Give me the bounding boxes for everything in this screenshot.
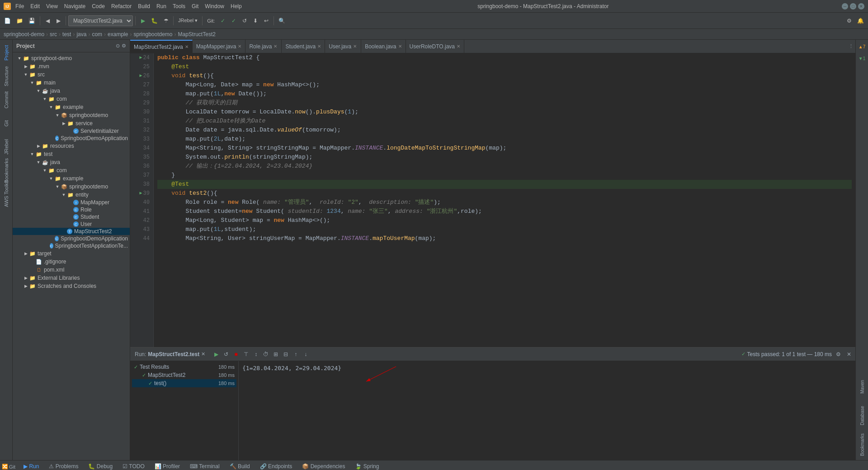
git-push-btn[interactable]: ✓ xyxy=(229,15,239,26)
bottom-tab-problems[interactable]: ⚠ Problems xyxy=(44,461,83,470)
breadcrumb-part-1[interactable]: src xyxy=(50,31,57,38)
test-class-item[interactable]: ✓ MapStructTest2 180 ms xyxy=(132,371,236,379)
sidebar-item-scratches[interactable]: ▶ 📁 Scratches and Consoles xyxy=(13,282,130,290)
sidebar-item-springbootdemo-app[interactable]: C SpringbootDemoApplication xyxy=(13,135,130,142)
breadcrumb-part-7[interactable]: MapStructTest2 xyxy=(178,31,216,38)
sidebar-item-src[interactable]: ▼ 📁 src xyxy=(13,70,130,79)
tab-close-btn[interactable]: ✕ xyxy=(353,44,357,49)
sidebar-item-mapmapper[interactable]: I MapMapper xyxy=(13,199,130,206)
breadcrumb-part-5[interactable]: example xyxy=(108,31,128,38)
sidebar-item-mapstructtest2[interactable]: T MapStructTest2 xyxy=(13,228,130,235)
menu-run[interactable]: Run xyxy=(154,2,169,10)
git-fetch-btn[interactable]: ↺ xyxy=(240,15,250,26)
run-gutter-icon[interactable]: ▶ xyxy=(140,189,142,198)
menu-build[interactable]: Build xyxy=(135,2,153,10)
run-gutter-icon[interactable]: ▶ xyxy=(140,53,142,62)
sidebar-item-springbootdemo-test[interactable]: ▼ 📦 springbootdemo xyxy=(13,183,130,191)
minimize-button[interactable]: ─ xyxy=(842,3,848,9)
menu-edit[interactable]: Edit xyxy=(28,2,42,10)
code-content[interactable]: public class MapStructTest2 { @Test void… xyxy=(154,53,855,347)
sidebar-settings-btn[interactable]: ⚙ xyxy=(122,43,126,49)
file-selector[interactable]: MapStructTest2.java xyxy=(68,15,133,26)
debug-btn[interactable]: 🐛 xyxy=(149,15,160,26)
sidebar-scope-btn[interactable]: ⊙ xyxy=(116,43,120,49)
expand-all-btn[interactable]: ⊞ xyxy=(271,350,280,359)
hide-btn[interactable]: ✕ xyxy=(844,350,854,359)
sidebar-item-mvn[interactable]: ▶ 📁 .mvn xyxy=(13,62,130,70)
sidebar-item-java-main[interactable]: ▼ ☕ java xyxy=(13,87,130,95)
bottom-tab-debug[interactable]: 🐛 Debug xyxy=(84,461,117,470)
new-file-btn[interactable]: 📄 xyxy=(2,15,13,26)
sidebar-item-service[interactable]: ▶ 📁 service xyxy=(13,119,130,127)
sidebar-item-com-test[interactable]: ▼ 📁 com xyxy=(13,166,130,174)
back-btn[interactable]: ◀ xyxy=(42,15,52,26)
bookmarks-panel-btn[interactable]: Bookmarks xyxy=(857,431,867,458)
tab-close-btn[interactable]: ✕ xyxy=(457,44,460,49)
left-icon-git[interactable]: Git xyxy=(1,112,12,135)
bottom-tab-todo[interactable]: ☑ TODO xyxy=(118,461,149,470)
database-panel-btn[interactable]: Database xyxy=(857,402,867,429)
save-btn[interactable]: 💾 xyxy=(26,15,38,26)
sidebar-item-com-main[interactable]: ▼ 📁 com xyxy=(13,95,130,103)
sidebar-item-example-test[interactable]: ▼ 📁 example xyxy=(13,174,130,183)
run-gutter-icon[interactable]: ▶ xyxy=(140,71,142,80)
breadcrumb-part-2[interactable]: test xyxy=(62,31,71,38)
run-tab-close[interactable]: ✕ xyxy=(201,351,205,357)
sidebar-item-resources[interactable]: ▶ 📁 resources xyxy=(13,142,130,150)
sidebar-item-springboottest[interactable]: C SpringbootTestApplicationTe... xyxy=(13,242,130,249)
next-failure-btn[interactable]: ↓ xyxy=(301,350,310,359)
menu-window[interactable]: Window xyxy=(202,2,227,10)
tab-mapmapper[interactable]: MapMapper.java ✕ xyxy=(193,40,246,53)
tab-student[interactable]: Student.java ✕ xyxy=(282,40,325,53)
sidebar-item-springboot-demo[interactable]: ▼ 📁 springboot-demo xyxy=(13,54,130,62)
breadcrumb-part-4[interactable]: com xyxy=(92,31,102,38)
breadcrumb-part-6[interactable]: springbootdemo xyxy=(133,31,172,38)
sidebar-item-test[interactable]: ▼ 📁 test xyxy=(13,150,130,158)
run-btn[interactable]: ▶ xyxy=(138,15,148,26)
sidebar-item-example-main[interactable]: ▼ 📁 example xyxy=(13,103,130,111)
run-test-name[interactable]: MapStructTest2.test xyxy=(148,351,199,357)
rerun-failed-btn[interactable]: ↺ xyxy=(222,350,231,359)
bottom-tab-dependencies[interactable]: 📦 Dependencies xyxy=(297,461,349,470)
coverage-btn[interactable]: ☂ xyxy=(161,15,171,26)
menu-tools[interactable]: Tools xyxy=(170,2,188,10)
menu-file[interactable]: File xyxy=(13,2,27,10)
sidebar-item-role[interactable]: C Role xyxy=(13,206,130,213)
bottom-tab-spring[interactable]: 🍃 Spring xyxy=(350,461,383,470)
sidebar-item-servlet[interactable]: C ServletInitializer xyxy=(13,127,130,135)
bottom-tab-terminal[interactable]: ⌨ Terminal xyxy=(185,461,224,470)
prev-failure-btn[interactable]: ↑ xyxy=(291,350,300,359)
sidebar-item-entity[interactable]: ▼ 📁 entity xyxy=(13,191,130,199)
sidebar-item-springbootdemo-app2[interactable]: C SpringbootDemoApplication xyxy=(13,235,130,242)
sidebar-item-external-libs[interactable]: ▶ 📁 External Libraries xyxy=(13,274,130,282)
tab-user[interactable]: User.java ✕ xyxy=(325,40,361,53)
tab-userroledto[interactable]: UserRoleDTO.java ✕ xyxy=(406,40,464,53)
tab-role[interactable]: Role.java ✕ xyxy=(245,40,282,53)
sidebar-item-gitignore[interactable]: 📄 .gitignore xyxy=(13,258,130,266)
notifications-btn[interactable]: 🔔 xyxy=(855,15,866,26)
right-icon-1[interactable]: ▲7 xyxy=(857,42,867,52)
test-method-item[interactable]: ✓ test() 180 ms xyxy=(132,379,236,387)
tab-boolean[interactable]: Boolean.java ✕ xyxy=(361,40,406,53)
tab-close-btn[interactable]: ✕ xyxy=(238,44,241,49)
settings-btn[interactable]: ⚙ xyxy=(834,350,843,359)
left-icon-jrebel[interactable]: JRebel xyxy=(1,136,12,158)
git-check-btn[interactable]: ✓ xyxy=(218,15,228,26)
tab-close-btn[interactable]: ✕ xyxy=(185,44,189,49)
tab-close-btn[interactable]: ✕ xyxy=(274,44,277,49)
sidebar-item-student[interactable]: C Student xyxy=(13,213,130,221)
git-commit-btn[interactable]: ↩ xyxy=(261,15,271,26)
menu-refactor[interactable]: Refactor xyxy=(108,2,134,10)
stop-btn[interactable]: ■ xyxy=(231,350,241,359)
tab-more-btn[interactable]: ⋮ xyxy=(849,43,854,49)
sort-alpha-btn[interactable]: ↕ xyxy=(251,350,260,359)
sidebar-item-target[interactable]: ▶ 📁 target xyxy=(13,249,130,258)
menu-code[interactable]: Code xyxy=(89,2,108,10)
forward-btn[interactable]: ▶ xyxy=(53,15,63,26)
menu-view[interactable]: View xyxy=(43,2,61,10)
left-icon-project[interactable]: Project xyxy=(1,42,12,64)
left-icon-commit[interactable]: Commit xyxy=(1,89,12,111)
maven-panel-btn[interactable]: Maven xyxy=(857,373,867,400)
tab-close-btn[interactable]: ✕ xyxy=(398,44,402,49)
filter-btn[interactable]: ⊤ xyxy=(241,350,250,359)
